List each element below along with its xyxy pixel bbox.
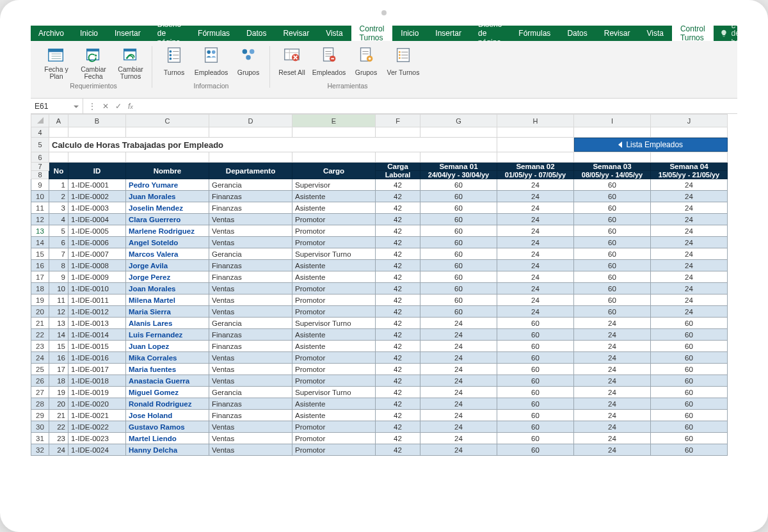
menu-tab-inicio[interactable]: Inicio (392, 26, 427, 41)
data-cell[interactable]: 60 (420, 225, 497, 237)
data-cell[interactable]: Clara Guerrero (126, 214, 209, 225)
data-cell[interactable]: 60 (651, 444, 728, 456)
data-cell[interactable]: Asistente (292, 410, 376, 421)
cell[interactable] (420, 152, 497, 163)
data-cell[interactable]: 1-IDE-0020 (68, 398, 126, 410)
data-cell[interactable]: 24 (420, 410, 497, 421)
data-cell[interactable]: 24 (420, 387, 497, 398)
data-cell[interactable]: 60 (497, 341, 574, 352)
data-cell[interactable]: 60 (420, 191, 497, 202)
data-cell[interactable]: Promotor (292, 352, 376, 364)
data-cell[interactable]: 1-IDE-0015 (68, 341, 126, 352)
data-cell[interactable]: 1-IDE-0010 (68, 283, 126, 294)
data-cell[interactable]: 60 (497, 375, 574, 387)
table-header[interactable]: Departamento (209, 163, 292, 179)
table-subheader[interactable]: 15/05/yy - 21/05/yy (651, 171, 728, 179)
data-cell[interactable]: Supervisor Turno (292, 248, 376, 260)
data-cell[interactable]: 14 (49, 329, 68, 341)
data-cell[interactable]: 60 (497, 352, 574, 364)
data-cell[interactable]: Milena Martel (126, 294, 209, 306)
menu-tab-vista[interactable]: Vista (317, 26, 351, 41)
row-header-31[interactable]: 31 (31, 433, 49, 444)
data-cell[interactable]: Hanny Delcha (126, 444, 209, 456)
data-cell[interactable]: 60 (651, 433, 728, 444)
data-cell[interactable]: 60 (420, 248, 497, 260)
data-cell[interactable]: Promotor (292, 433, 376, 444)
data-cell[interactable]: 60 (574, 260, 651, 271)
tell-me-search[interactable]: ¿Qué desea hacer? (714, 26, 737, 41)
data-cell[interactable]: 24 (420, 375, 497, 387)
data-cell[interactable]: 24 (574, 375, 651, 387)
data-cell[interactable]: 24 (574, 410, 651, 421)
data-cell[interactable]: Ronald Rodriguez (126, 398, 209, 410)
fx-icon[interactable]: fx (128, 102, 133, 111)
data-cell[interactable]: 60 (574, 202, 651, 214)
data-cell[interactable]: 24 (574, 318, 651, 329)
data-cell[interactable]: 21 (49, 410, 68, 421)
col-header-G[interactable]: G (420, 115, 497, 127)
data-cell[interactable]: 60 (574, 283, 651, 294)
data-cell[interactable]: 42 (376, 341, 420, 352)
data-cell[interactable]: 42 (376, 421, 420, 433)
data-cell[interactable]: 42 (376, 329, 420, 341)
data-cell[interactable]: 42 (376, 294, 420, 306)
data-cell[interactable]: 3 (49, 202, 68, 214)
ribbon-btn-cambiar-fecha[interactable]: Cambiar Fecha (76, 44, 111, 81)
data-cell[interactable]: Supervisor Turno (292, 318, 376, 329)
row-header-11[interactable]: 11 (31, 202, 49, 214)
data-cell[interactable]: Ventas (209, 433, 292, 444)
data-cell[interactable]: Juan Morales (126, 191, 209, 202)
data-cell[interactable]: 24 (574, 421, 651, 433)
cell[interactable] (420, 127, 497, 138)
row-header-28[interactable]: 28 (31, 398, 49, 410)
sheet-title[interactable]: Calculo de Horas Trabajadas por Empleado (49, 138, 497, 152)
data-cell[interactable]: 4 (49, 214, 68, 225)
data-cell[interactable]: 42 (376, 271, 420, 283)
data-cell[interactable]: Gustavo Ramos (126, 421, 209, 433)
col-header-A[interactable]: A (49, 115, 68, 127)
data-cell[interactable]: Asistente (292, 398, 376, 410)
data-cell[interactable]: 1-IDE-0006 (68, 237, 126, 248)
data-cell[interactable]: Anastacia Guerra (126, 375, 209, 387)
cell[interactable] (497, 138, 574, 152)
cell[interactable] (574, 127, 651, 138)
data-cell[interactable]: 24 (651, 191, 728, 202)
data-cell[interactable]: 24 (497, 260, 574, 271)
data-cell[interactable]: 42 (376, 410, 420, 421)
row-header-10[interactable]: 10 (31, 191, 49, 202)
data-cell[interactable]: Promotor (292, 306, 376, 318)
table-header[interactable]: Semana 04 (651, 163, 728, 171)
data-cell[interactable]: 13 (49, 318, 68, 329)
data-cell[interactable]: 42 (376, 306, 420, 318)
data-cell[interactable]: 1 (49, 179, 68, 191)
table-subheader[interactable]: 08/05/yy - 14/05/yy (574, 171, 651, 179)
data-cell[interactable]: Miguel Gomez (126, 387, 209, 398)
data-cell[interactable]: 24 (497, 214, 574, 225)
data-cell[interactable]: 42 (376, 214, 420, 225)
data-cell[interactable]: 42 (376, 387, 420, 398)
data-cell[interactable]: 60 (420, 179, 497, 191)
menu-tab-revisar[interactable]: Revisar (275, 26, 317, 41)
data-cell[interactable]: Finanzas (209, 398, 292, 410)
data-cell[interactable]: 24 (420, 329, 497, 341)
table-header[interactable]: Nombre (126, 163, 209, 179)
data-cell[interactable]: 24 (497, 306, 574, 318)
data-cell[interactable]: 42 (376, 444, 420, 456)
data-cell[interactable]: 24 (497, 202, 574, 214)
data-cell[interactable]: Promotor (292, 444, 376, 456)
row-header-24[interactable]: 24 (31, 352, 49, 364)
data-cell[interactable]: 24 (497, 191, 574, 202)
data-cell[interactable]: Gerancia (209, 248, 292, 260)
cell[interactable] (292, 127, 376, 138)
data-cell[interactable]: Marlene Rodriguez (126, 225, 209, 237)
data-cell[interactable]: 60 (651, 364, 728, 375)
data-cell[interactable]: Ventas (209, 375, 292, 387)
col-header-I[interactable]: I (574, 115, 651, 127)
data-cell[interactable]: 24 (420, 341, 497, 352)
data-cell[interactable]: 24 (574, 398, 651, 410)
row-header-6[interactable]: 6 (31, 152, 49, 163)
data-cell[interactable]: Ventas (209, 294, 292, 306)
data-cell[interactable]: 1-IDE-0023 (68, 433, 126, 444)
data-cell[interactable]: 1-IDE-0014 (68, 329, 126, 341)
data-cell[interactable]: 24 (574, 364, 651, 375)
